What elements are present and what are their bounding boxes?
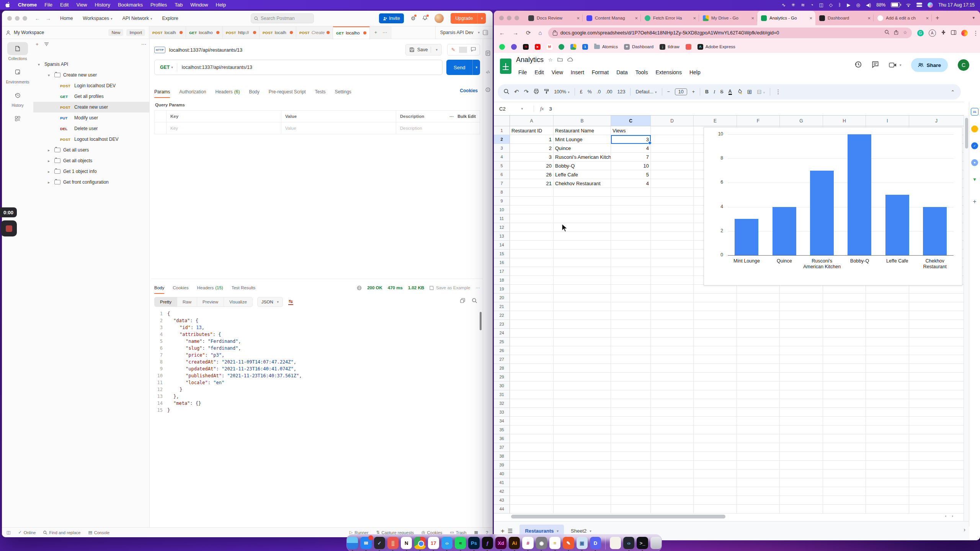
cell-H19[interactable] <box>823 285 866 293</box>
folder-get-all-objects[interactable]: ▸Get all objects <box>33 155 149 166</box>
cell-J26[interactable] <box>909 346 964 355</box>
cell-J22[interactable] <box>909 311 964 320</box>
facetime-icon[interactable]: ◎ <box>856 2 860 8</box>
window-controls[interactable] <box>7 16 27 21</box>
cell-H37[interactable] <box>823 443 866 452</box>
row-header-30[interactable]: 30 <box>494 381 510 390</box>
cell-H43[interactable] <box>823 496 866 505</box>
cell-A7[interactable]: 21 <box>510 179 554 188</box>
wifi-icon[interactable] <box>905 3 911 7</box>
close-icon[interactable]: × <box>926 15 929 21</box>
edit-icon[interactable]: ✎ <box>448 47 459 52</box>
cell-J31[interactable] <box>909 390 964 399</box>
row-header-40[interactable]: 40 <box>494 469 510 478</box>
dock-milk[interactable] <box>610 537 621 549</box>
cell-E27[interactable] <box>694 355 737 364</box>
cell-C4[interactable]: 7 <box>611 153 651 161</box>
cell-I39[interactable] <box>866 461 909 469</box>
cell-E41[interactable] <box>694 478 737 487</box>
row-header-34[interactable]: 34 <box>494 417 510 425</box>
cell-D1[interactable] <box>651 126 694 135</box>
cell-A19[interactable] <box>510 285 554 293</box>
comment-icon[interactable] <box>467 47 480 53</box>
cell-C13[interactable] <box>611 232 651 241</box>
cell-B17[interactable] <box>554 267 611 276</box>
cell-J20[interactable] <box>909 293 964 302</box>
cell-D42[interactable] <box>651 487 694 496</box>
cell-I20[interactable] <box>866 293 909 302</box>
cell-J25[interactable] <box>909 337 964 346</box>
cell-C38[interactable] <box>611 452 651 461</box>
timer-icon[interactable]: ◔ <box>810 2 813 8</box>
cell-D41[interactable] <box>651 478 694 487</box>
cell-C14[interactable] <box>611 241 651 249</box>
cell-C20[interactable] <box>611 293 651 302</box>
home-icon[interactable]: ⌂ <box>539 29 542 36</box>
bookmark-tldraw[interactable]: ;tldraw <box>660 44 679 50</box>
tab-authorization[interactable]: Authorization <box>179 86 206 98</box>
row-header-1[interactable]: 1 <box>494 126 510 135</box>
cell-J41[interactable] <box>909 478 964 487</box>
row-header-4[interactable]: 4 <box>494 153 510 161</box>
cell-C12[interactable] <box>611 223 651 232</box>
row-header-16[interactable]: 16 <box>494 258 510 267</box>
cell-A36[interactable] <box>510 434 554 443</box>
chart-bar[interactable] <box>848 134 871 255</box>
chart[interactable]: 0246810Mint LoungeQuinceRusconi's Americ… <box>704 127 962 285</box>
menu-file[interactable]: File <box>515 68 530 77</box>
dock-vscode[interactable]: ‹› <box>441 537 452 549</box>
cell-I40[interactable] <box>866 469 909 478</box>
cell-B33[interactable] <box>554 408 611 417</box>
cell-D14[interactable] <box>651 241 694 249</box>
horizontal-scrollbar[interactable] <box>510 514 964 519</box>
cell-E35[interactable] <box>694 425 737 434</box>
cell-H27[interactable] <box>823 355 866 364</box>
forward-icon[interactable]: → <box>46 15 51 21</box>
cell-D20[interactable] <box>651 293 694 302</box>
cell-I41[interactable] <box>866 478 909 487</box>
cell-F37[interactable] <box>737 443 780 452</box>
close-icon[interactable]: × <box>867 15 871 21</box>
cell-A4[interactable]: 3 <box>510 153 554 161</box>
row-header-18[interactable]: 18 <box>494 276 510 285</box>
request-tab[interactable]: POSTCreate <box>296 26 333 39</box>
cell-E38[interactable] <box>694 452 737 461</box>
cell-F43[interactable] <box>737 496 780 505</box>
cell-F23[interactable] <box>737 320 780 329</box>
dock-notion[interactable]: N <box>401 537 412 549</box>
chevron-right-icon[interactable]: ▸ <box>48 170 52 174</box>
dock-camera-app[interactable]: ◉ <box>536 537 547 549</box>
cell-B23[interactable] <box>554 320 611 329</box>
tab-tests[interactable]: Tests <box>315 86 325 98</box>
environment-selector[interactable]: Sparsis API Dev <box>440 30 474 35</box>
fill-handle[interactable] <box>648 141 652 145</box>
cell-D25[interactable] <box>651 337 694 346</box>
cell-G43[interactable] <box>780 496 823 505</box>
response-body[interactable]: 1{2"data": {3"id": 13,4"attributes": {5"… <box>154 310 478 525</box>
cell-G37[interactable] <box>780 443 823 452</box>
bookmark-star-icon[interactable]: ☆ <box>903 30 907 36</box>
get-add-ons-icon[interactable]: + <box>973 198 976 205</box>
cell-D5[interactable] <box>651 161 694 170</box>
menu-help[interactable]: Help <box>686 68 704 77</box>
cell-C6[interactable]: 5 <box>611 170 651 179</box>
siri-icon[interactable] <box>928 2 933 8</box>
nav-api-network[interactable]: API Network▾ <box>122 16 152 21</box>
cell-E42[interactable] <box>694 487 737 496</box>
bookmark-redapp[interactable] <box>686 44 691 50</box>
side-panel-icon[interactable] <box>951 29 956 36</box>
cell-A43[interactable] <box>510 496 554 505</box>
response-tab-cookies[interactable]: Cookies <box>173 282 189 294</box>
nav-home[interactable]: Home <box>60 16 73 21</box>
bookmark-drive[interactable] <box>570 44 576 50</box>
fill-color-icon[interactable] <box>737 89 742 95</box>
close-icon[interactable]: × <box>577 15 580 21</box>
cell-D35[interactable] <box>651 425 694 434</box>
tab-params[interactable]: Params <box>154 86 170 98</box>
cell-I32[interactable] <box>866 399 909 408</box>
cell-I22[interactable] <box>866 311 909 320</box>
cell-A29[interactable] <box>510 373 554 381</box>
more-actions-icon[interactable]: ⋯ <box>141 41 146 47</box>
cell-D17[interactable] <box>651 267 694 276</box>
cell-C32[interactable] <box>611 399 651 408</box>
